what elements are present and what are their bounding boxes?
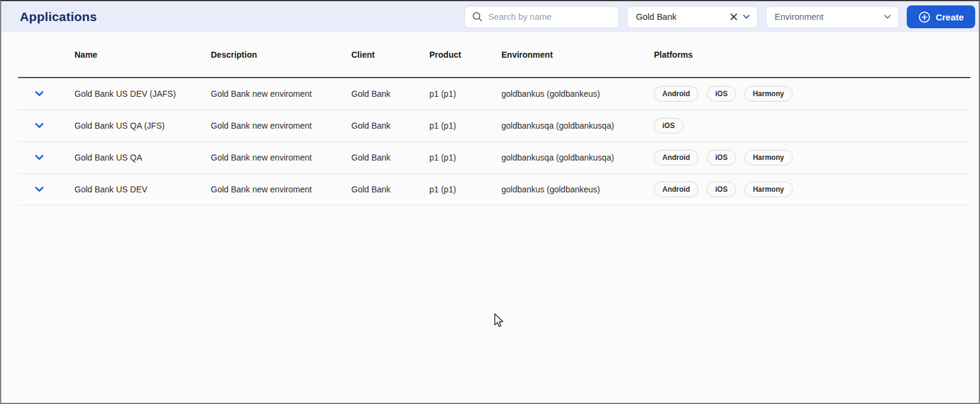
clear-icon[interactable]: [730, 13, 738, 21]
plus-icon: [918, 11, 931, 23]
environment-filter-placeholder: Environment: [775, 12, 884, 22]
search-by-name-box: [464, 6, 619, 28]
platform-badge: Harmony: [745, 182, 793, 197]
column-header-environment: Environment: [501, 50, 654, 60]
expand-row-chevron-icon[interactable]: [35, 123, 44, 129]
mouse-cursor: [492, 313, 506, 328]
cell-product: p1 (p1): [429, 89, 501, 99]
table-row: Gold Bank US QA Gold Bank new enviroment…: [18, 142, 970, 174]
cell-name: Gold Bank US QA (JFS): [74, 121, 211, 130]
page-header: Applications Gold Bank Environment: [1, 1, 979, 32]
search-input[interactable]: [488, 12, 612, 22]
platform-badge: iOS: [707, 182, 736, 197]
environment-filter-select[interactable]: Environment: [766, 6, 899, 28]
platform-badge: Android: [654, 150, 698, 165]
cell-name: Gold Bank US QA: [74, 153, 211, 162]
cell-client: Gold Bank: [351, 185, 429, 194]
cell-platforms: AndroidiOSHarmony: [654, 86, 970, 102]
table-header-row: Name Description Client Product Environm…: [18, 32, 970, 78]
search-icon: [472, 11, 483, 22]
cell-client: Gold Bank: [351, 89, 429, 99]
cell-product: p1 (p1): [429, 121, 501, 130]
chevron-down-icon[interactable]: [884, 14, 891, 19]
cell-environment: goldbankus (goldbankeus): [501, 89, 654, 99]
page-title: Applications: [20, 10, 97, 24]
cell-product: p1 (p1): [429, 153, 501, 162]
expand-row-chevron-icon[interactable]: [35, 186, 44, 192]
table-body: Gold Bank US DEV (JAFS) Gold Bank new en…: [18, 78, 970, 206]
cell-client: Gold Bank: [351, 153, 429, 162]
column-header-platforms: Platforms: [654, 50, 970, 60]
applications-table: Name Description Client Product Environm…: [18, 32, 970, 206]
table-row: Gold Bank US DEV Gold Bank new enviromen…: [18, 174, 970, 206]
expand-row-chevron-icon[interactable]: [35, 91, 44, 97]
cell-description: Gold Bank new enviroment: [211, 89, 351, 99]
create-button[interactable]: Create: [907, 5, 975, 28]
cell-environment: goldbankusqa (goldbankusqa): [501, 153, 654, 162]
cell-name: Gold Bank US DEV (JAFS): [74, 89, 211, 99]
cell-name: Gold Bank US DEV: [74, 185, 211, 194]
column-header-name: Name: [74, 50, 211, 60]
cell-client: Gold Bank: [351, 121, 429, 130]
cell-description: Gold Bank new enviroment: [211, 121, 351, 130]
client-filter-value: Gold Bank: [636, 12, 730, 22]
platform-badge: iOS: [707, 86, 736, 102]
column-header-client: Client: [351, 50, 429, 60]
cell-description: Gold Bank new enviroment: [211, 153, 351, 162]
platform-badge: iOS: [654, 118, 683, 133]
header-controls: Gold Bank Environment: [464, 5, 975, 28]
cell-product: p1 (p1): [429, 185, 501, 194]
column-header-product: Product: [429, 50, 501, 60]
platform-badge: iOS: [707, 150, 736, 165]
cell-platforms: AndroidiOSHarmony: [654, 150, 970, 165]
cell-environment: goldbankusqa (goldbankusqa): [501, 121, 654, 130]
platform-badge: Harmony: [745, 86, 793, 102]
cell-platforms: iOS: [654, 118, 970, 133]
platform-badge: Harmony: [745, 150, 793, 165]
client-filter-select[interactable]: Gold Bank: [627, 6, 758, 28]
cell-platforms: AndroidiOSHarmony: [654, 182, 970, 197]
cell-environment: goldbankus (goldbankeus): [501, 185, 654, 194]
expand-row-chevron-icon[interactable]: [35, 155, 44, 161]
platform-badge: Android: [654, 86, 698, 102]
cell-description: Gold Bank new enviroment: [211, 185, 351, 194]
column-header-description: Description: [211, 50, 351, 60]
create-button-label: Create: [936, 12, 964, 22]
table-row: Gold Bank US QA (JFS) Gold Bank new envi…: [18, 110, 970, 142]
chevron-down-icon[interactable]: [743, 14, 750, 19]
platform-badge: Android: [654, 182, 698, 197]
table-row: Gold Bank US DEV (JAFS) Gold Bank new en…: [18, 78, 970, 110]
applications-page: { "header": { "title": "Applications", "…: [0, 0, 980, 404]
